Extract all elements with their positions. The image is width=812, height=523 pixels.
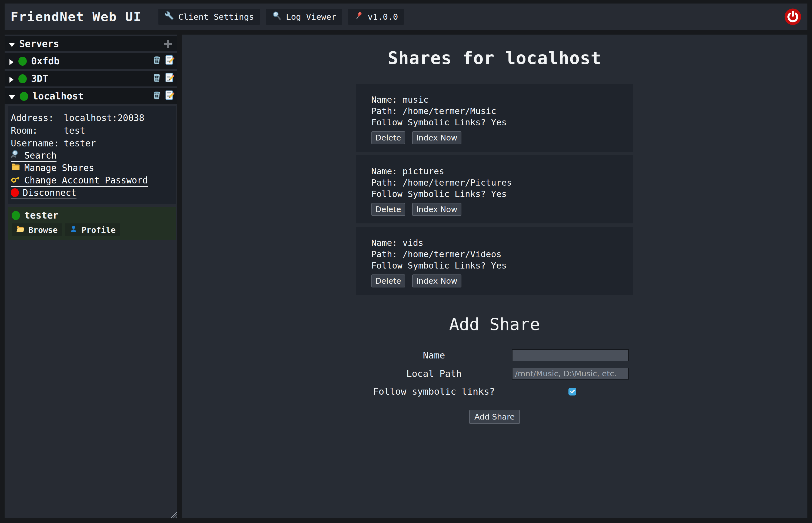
online-status-icon <box>18 57 27 66</box>
share-symlinks-value: Yes <box>491 117 507 127</box>
server-row-localhost[interactable]: localhost <box>5 88 177 104</box>
username-value: tester <box>64 138 96 149</box>
manage-shares-label: Manage Shares <box>24 163 94 173</box>
change-password-link[interactable]: Change Account Password <box>11 175 148 187</box>
index-now-button[interactable]: Index Now <box>412 203 461 216</box>
room-value: test <box>64 125 85 136</box>
profile-label: Profile <box>81 225 116 235</box>
index-now-button[interactable]: Index Now <box>412 131 461 144</box>
share-name-input[interactable] <box>512 349 629 361</box>
profile-button[interactable]: Profile <box>65 223 120 236</box>
edit-server-icon[interactable] <box>164 72 175 85</box>
add-share-title: Add Share <box>182 314 807 334</box>
follow-symlinks-label: Follow symbolic links? <box>356 386 512 397</box>
name-field-label: Name <box>356 350 512 361</box>
add-share-button[interactable]: Add Share <box>469 410 520 424</box>
manage-shares-link[interactable]: Manage Shares <box>11 162 94 174</box>
chevron-down-icon <box>9 43 15 47</box>
log-viewer-button[interactable]: Log Viewer <box>266 8 342 25</box>
disconnect-link[interactable]: Disconnect <box>11 187 76 199</box>
shares-list: Name: music Path: /home/termer/Music Fol… <box>356 84 633 295</box>
server-name: localhost <box>32 91 84 102</box>
disconnect-label: Disconnect <box>23 187 76 198</box>
client-settings-button[interactable]: Client Settings <box>158 8 260 25</box>
open-folder-icon <box>16 225 24 235</box>
index-now-button[interactable]: Index Now <box>412 274 461 287</box>
delete-share-button[interactable]: Delete <box>371 203 405 216</box>
local-path-field-label: Local Path <box>356 368 512 379</box>
delete-share-button[interactable]: Delete <box>371 131 405 144</box>
share-card-pictures: Name: pictures Path: /home/termer/Pictur… <box>356 155 633 223</box>
add-share-form: Name Local Path Follow symbolic links? <box>356 349 633 397</box>
delete-server-icon[interactable] <box>152 90 162 102</box>
share-symlinks-label: Follow Symbolic Links? <box>371 260 491 271</box>
server-row-3dt[interactable]: 3DT <box>5 71 177 87</box>
shares-title: Shares for localhost <box>182 48 807 68</box>
change-password-label: Change Account Password <box>24 175 148 185</box>
main-panel: Shares for localhost Name: music Path: /… <box>182 35 807 518</box>
room-label: Room: <box>11 125 64 136</box>
share-path-value: /home/termer/Videos <box>403 249 501 259</box>
add-server-button[interactable] <box>163 38 174 49</box>
share-symlinks-value: Yes <box>491 189 507 199</box>
server-row-0xfdb[interactable]: 0xfdb <box>5 53 177 69</box>
delete-share-button[interactable]: Delete <box>371 274 405 287</box>
add-share-submit-row: Add Share <box>182 410 807 424</box>
username-label: Username: <box>11 138 64 149</box>
magnifier-icon <box>272 11 282 22</box>
edit-server-icon[interactable] <box>164 90 175 102</box>
chevron-right-icon <box>10 59 14 65</box>
share-card-vids: Name: vids Path: /home/termer/Videos Fol… <box>356 227 633 295</box>
address-label: Address: <box>11 113 64 123</box>
share-card-music: Name: music Path: /home/termer/Music Fol… <box>356 84 633 152</box>
app-title: FriendNet Web UI <box>11 9 142 24</box>
server-room: Room: test <box>11 124 174 137</box>
magnifier-icon <box>11 149 20 161</box>
red-circle-icon <box>11 188 19 197</box>
servers-section-title: Servers <box>19 38 59 49</box>
version-label: v1.0.0 <box>368 12 398 22</box>
browse-button[interactable]: Browse <box>12 223 62 236</box>
share-path-label: Path: <box>371 106 403 116</box>
user-name: tester <box>24 210 58 221</box>
version-badge[interactable]: v1.0.0 <box>348 8 404 25</box>
chevron-down-icon <box>9 95 15 100</box>
delete-server-icon[interactable] <box>152 72 162 85</box>
online-status-icon <box>20 92 28 101</box>
address-value: localhost:20038 <box>64 113 144 123</box>
server-details-panel: Address: localhost:20038 Room: test User… <box>8 106 176 204</box>
share-name-value: vids <box>403 238 423 248</box>
share-name-value: music <box>403 94 428 105</box>
share-path-label: Path: <box>371 249 403 259</box>
wrench-icon <box>164 11 174 22</box>
key-icon <box>11 174 20 186</box>
share-path-label: Path: <box>371 178 403 188</box>
chevron-right-icon <box>10 77 14 83</box>
search-link[interactable]: Search <box>11 150 56 162</box>
server-name: 0xfdb <box>31 56 59 67</box>
sidebar-resize-handle[interactable] <box>169 510 177 518</box>
share-symlinks-value: Yes <box>491 260 507 271</box>
servers-sidebar: Servers 0xfdb 3DT <box>5 35 177 518</box>
share-path-value: /home/termer/Music <box>403 106 496 116</box>
client-settings-label: Client Settings <box>178 12 254 22</box>
edit-server-icon[interactable] <box>164 55 175 67</box>
user-row-tester[interactable]: tester Browse Profile <box>8 207 176 240</box>
server-address: Address: localhost:20038 <box>11 112 174 124</box>
local-path-input[interactable] <box>512 368 629 380</box>
share-name-label: Name: <box>371 166 403 176</box>
header-divider <box>150 8 150 25</box>
server-name: 3DT <box>31 73 48 84</box>
folder-icon <box>11 162 20 174</box>
log-viewer-label: Log Viewer <box>286 12 337 22</box>
servers-section-header[interactable]: Servers <box>5 36 177 51</box>
power-button[interactable] <box>784 8 801 25</box>
pushpin-icon <box>354 11 363 22</box>
browse-label: Browse <box>29 225 57 235</box>
share-symlinks-label: Follow Symbolic Links? <box>371 117 491 127</box>
delete-server-icon[interactable] <box>152 55 162 67</box>
header-bar: FriendNet Web UI Client Settings Log Vie… <box>5 3 807 30</box>
server-username: Username: tester <box>11 137 174 150</box>
follow-symlinks-checkbox[interactable] <box>568 387 576 396</box>
share-name-value: pictures <box>403 166 444 176</box>
